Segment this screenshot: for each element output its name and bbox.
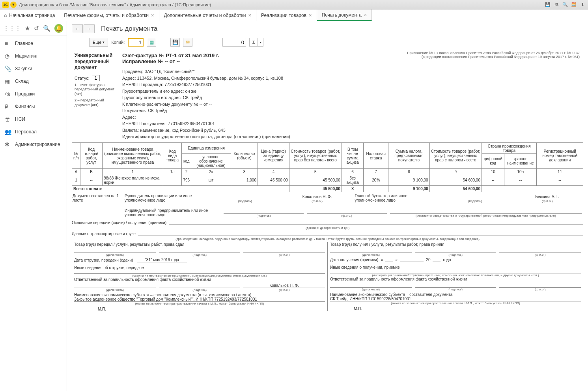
search-icon[interactable]: 🔍 [43, 25, 50, 32]
apps-icon[interactable]: ⋮⋮⋮ [3, 25, 21, 32]
nav-forward-button[interactable]: → [84, 24, 95, 33]
sigma-button[interactable]: Σ [249, 38, 258, 47]
window-title: Демонстрационная база /Магазин "Бытовая … [19, 2, 545, 7]
tabbar: ⌂ Начальная страница Печатные формы, отч… [0, 9, 588, 21]
mail-icon[interactable]: ✉ [183, 38, 192, 47]
more-button[interactable]: Еще [89, 38, 108, 47]
close-icon[interactable]: × [248, 12, 251, 18]
close-icon[interactable]: × [309, 12, 312, 18]
sidebar-item-purchasing[interactable]: 📎Закупки [0, 62, 67, 75]
spreadsheet-icon[interactable]: ▦ [147, 38, 156, 47]
people-icon: 👥 [5, 129, 12, 135]
sidebar-item-admin[interactable]: ✱Администрирование [0, 138, 67, 151]
bag-icon: 🛍 [5, 91, 12, 97]
sidebar-item-main[interactable]: ≡Главное [0, 37, 67, 50]
titlebar: 1C ▾ Демонстрационная база /Магазин "Быт… [0, 0, 588, 9]
sidebar-item-finance[interactable]: ₽Финансы [0, 100, 67, 113]
app-logo: 1C [2, 2, 9, 8]
sidebar-item-nsi[interactable]: 🗑НСИ [0, 113, 67, 125]
home-icon: ⌂ [4, 13, 7, 18]
sidebar-item-marketing[interactable]: ◔Маркетинг [0, 50, 67, 62]
page-title: Печать документа [101, 25, 157, 33]
invoice-table: № п/п Код товара/ работ, услуг Наименова… [72, 143, 583, 192]
print-icon[interactable]: 🖶 [553, 2, 560, 8]
tab-home[interactable]: ⌂ Начальная страница [0, 9, 59, 21]
tab-print-doc[interactable]: Печать документа× [317, 9, 372, 21]
history-icon[interactable]: ↺ [34, 25, 39, 32]
table-total-row: Всего к оплате 45 500,00 X 9 100,00 54 6… [72, 185, 583, 192]
table-row: 1 -- 98/88 Женское пальто из меха норки … [72, 175, 583, 185]
upd-left-panel: Универсальный передаточный документ Стат… [72, 50, 119, 143]
copies-input[interactable] [128, 38, 144, 47]
transfer-side: Товар (груз) передал / услуги, результат… [72, 242, 328, 311]
menu-icon: ≡ [5, 40, 12, 47]
invoice-header: Приложение № 1 к постановлению Правитель… [119, 50, 583, 143]
copies-label: Копий: [111, 40, 125, 45]
close-icon[interactable]: × [151, 12, 154, 18]
clip-icon: 📎 [5, 65, 12, 72]
app-menu-dropdown[interactable]: ▾ [10, 2, 17, 8]
ruble-icon: ₽ [5, 103, 12, 110]
link-icon[interactable]: 🔍 [562, 2, 568, 8]
num-input[interactable] [222, 38, 246, 47]
calc-icon[interactable]: 🧮 [571, 2, 577, 8]
sidebar-item-sales[interactable]: 🛍Продажи [0, 88, 67, 100]
status-input[interactable] [92, 75, 100, 81]
content-area: ← → Печать документа Еще Копий: ▦ 💾 ✉ Σ … [67, 21, 588, 391]
gear-icon: ✱ [5, 141, 12, 148]
tab-addl-reports[interactable]: Дополнительные отчеты и обработки× [159, 9, 256, 21]
sigma-dropdown[interactable]: ▾ [258, 38, 263, 47]
sidebar-item-warehouse[interactable]: ▦Склад [0, 75, 67, 88]
sidebar: ⋮⋮⋮ ★ ↺ 🔍 🔔 ≡Главное ◔Маркетинг 📎Закупки… [0, 21, 67, 391]
save-icon[interactable]: 💾 [545, 2, 551, 8]
nav-back-button[interactable]: ← [72, 24, 83, 33]
close-icon[interactable]: × [364, 12, 367, 18]
receive-side: Товар (груз) получил / услуги, результат… [328, 242, 583, 311]
tab-label: Начальная страница [9, 13, 55, 18]
chart-icon: ◔ [5, 53, 12, 59]
down-icon[interactable]: ⬇ [579, 2, 586, 8]
grid-icon: ▦ [5, 78, 12, 84]
star-icon[interactable]: ★ [25, 25, 30, 32]
doc-pages: Документ составлен на 1 листе [72, 193, 123, 204]
sidebar-item-personnel[interactable]: 👥Персонал [0, 125, 67, 138]
trash-icon: 🗑 [5, 116, 12, 122]
tab-print-forms[interactable]: Печатные формы, отчеты и обработки× [59, 9, 159, 21]
save-icon[interactable]: 💾 [170, 38, 180, 47]
toolbar: Еще Копий: ▦ 💾 ✉ Σ ▾ [67, 36, 588, 50]
tab-sales[interactable]: Реализации товаров× [256, 9, 317, 21]
notifications-icon[interactable]: 🔔 [54, 24, 63, 33]
